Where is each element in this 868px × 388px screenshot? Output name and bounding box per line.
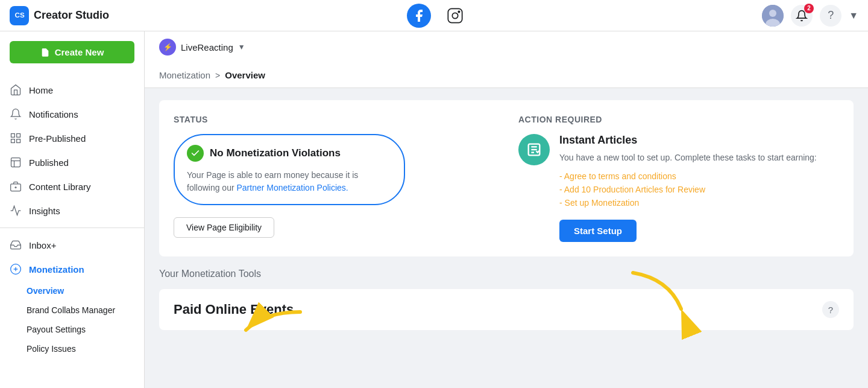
sidebar-item-notifications[interactable]: Notifications [0, 102, 144, 126]
task-2[interactable]: - Add 10 Production Articles for Review [559, 185, 839, 194]
breadcrumb-current: Overview [225, 70, 265, 80]
instagram-icon[interactable] [445, 6, 465, 25]
status-section: Status No Monetization Violations Your P… [174, 115, 494, 242]
action-required-title: Action Required [518, 115, 839, 124]
paid-events-help-icon[interactable]: ? [822, 301, 839, 318]
layout: Create New Home Notifications Pre-Publis… [0, 31, 868, 388]
app-logo: CS [10, 6, 29, 25]
svg-rect-2 [448, 8, 462, 22]
sidebar-sublabel-policy: Policy Issues [27, 344, 76, 354]
ia-title: Instant Articles [559, 134, 839, 147]
svg-rect-14 [11, 158, 20, 167]
sidebar-item-monetization[interactable]: Monetization [0, 257, 144, 281]
nav-brand: CS Creator Studio [10, 6, 109, 25]
partner-link[interactable]: Partner Monetization Policies. [237, 183, 348, 192]
tools-section: Your Monetization Tools Paid Online Even… [159, 269, 854, 330]
top-nav: CS Creator Studio 2 ? ▼ [0, 0, 868, 31]
sidebar-sublabel-payout: Payout Settings [27, 325, 86, 334]
svg-text:CS: CS [15, 11, 25, 19]
sidebar-sublabel-brand-collabs: Brand Collabs Manager [27, 305, 115, 315]
page-icon: ⚡ [159, 39, 176, 56]
paid-events-title: Paid Online Events [174, 302, 294, 317]
svg-rect-13 [11, 139, 15, 143]
help-button[interactable]: ? [820, 5, 841, 27]
svg-point-4 [458, 11, 459, 12]
check-icon [187, 145, 204, 162]
start-setup-button[interactable]: Start Setup [559, 220, 637, 242]
svg-point-3 [452, 13, 458, 18]
sidebar-navigation: Home Notifications Pre-Published Publish… [0, 73, 144, 363]
sidebar-subitem-payout[interactable]: Payout Settings [0, 320, 144, 339]
status-action-card: Status No Monetization Violations Your P… [159, 100, 854, 256]
notifications-button[interactable]: 2 [791, 5, 813, 27]
sidebar-create-section: Create New [0, 31, 144, 73]
svg-rect-11 [17, 134, 20, 138]
sidebar-label-inbox: Inbox+ [29, 240, 56, 250]
main-header: ⚡ LiveReacting ▼ Monetization > Overview [145, 31, 868, 88]
sidebar-item-prepublished[interactable]: Pre-Published [0, 126, 144, 150]
sidebar-sublabel-overview: Overview [27, 286, 64, 296]
breadcrumb-parent: Monetization [159, 70, 210, 80]
sidebar-subitem-overview[interactable]: Overview [0, 281, 144, 301]
page-selector: ⚡ LiveReacting ▼ [159, 39, 854, 56]
sidebar-item-home[interactable]: Home [0, 78, 144, 102]
page-name: LiveReacting [181, 42, 233, 52]
svg-point-6 [769, 10, 776, 17]
page-dropdown-button[interactable]: ▼ [238, 43, 245, 51]
nav-actions: 2 ? ▼ [762, 5, 858, 27]
no-violations: No Monetization Violations [187, 145, 392, 162]
sidebar-label-notifications: Notifications [29, 109, 78, 119]
facebook-icon[interactable] [407, 4, 431, 28]
status-title: Status [174, 115, 494, 124]
nav-platforms [407, 4, 465, 28]
svg-rect-12 [17, 139, 20, 143]
sidebar-item-inbox[interactable]: Inbox+ [0, 233, 144, 257]
sidebar-label-monetization: Monetization [29, 264, 84, 275]
app-title: Creator Studio [34, 9, 109, 22]
sidebar: Create New Home Notifications Pre-Publis… [0, 31, 145, 388]
breadcrumb: Monetization > Overview [159, 63, 854, 87]
action-section: Action Required Instant Articles You hav… [518, 115, 839, 242]
paid-events-card: Paid Online Events ? [159, 289, 854, 330]
instant-articles-content: Instant Articles You have a new tool to … [559, 134, 839, 242]
status-oval: No Monetization Violations Your Page is … [174, 134, 405, 205]
svg-rect-10 [11, 134, 15, 138]
sidebar-subitem-brand-collabs[interactable]: Brand Collabs Manager [0, 301, 144, 320]
no-violations-text: No Monetization Violations [210, 147, 341, 159]
task-3[interactable]: - Set up Monetization [559, 198, 839, 208]
sidebar-item-published[interactable]: Published [0, 150, 144, 174]
view-eligibility-button[interactable]: View Page Eligibility [174, 217, 274, 238]
violation-desc: Your Page is able to earn money because … [187, 169, 392, 194]
tools-section-title: Your Monetization Tools [159, 269, 854, 279]
notification-badge: 2 [804, 4, 814, 13]
sidebar-item-insights[interactable]: Insights [0, 199, 144, 223]
sidebar-item-content-library[interactable]: Content Library [0, 174, 144, 199]
sidebar-label-insights: Insights [29, 206, 60, 216]
dropdown-button[interactable]: ▼ [849, 10, 858, 21]
sidebar-label-prepublished: Pre-Published [29, 133, 86, 144]
avatar [762, 5, 784, 27]
ia-desc: You have a new tool to set up. Complete … [559, 151, 839, 164]
instant-articles: Instant Articles You have a new tool to … [518, 134, 839, 242]
task-1[interactable]: - Agree to terms and conditions [559, 171, 839, 181]
main-content: Status No Monetization Violations Your P… [145, 88, 868, 342]
main: ⚡ LiveReacting ▼ Monetization > Overview… [145, 31, 868, 342]
main-wrapper: ⚡ LiveReacting ▼ Monetization > Overview… [145, 31, 868, 388]
sidebar-label-content-library: Content Library [29, 182, 91, 192]
sidebar-subitem-policy[interactable]: Policy Issues [0, 339, 144, 358]
instant-articles-icon [518, 134, 550, 165]
sidebar-divider [0, 227, 144, 228]
create-new-button[interactable]: Create New [10, 41, 134, 63]
ia-tasks: - Agree to terms and conditions - Add 10… [559, 171, 839, 208]
breadcrumb-separator: > [215, 71, 220, 80]
create-new-label: Create New [55, 47, 104, 57]
sidebar-label-published: Published [29, 157, 69, 168]
sidebar-label-home: Home [29, 85, 53, 95]
